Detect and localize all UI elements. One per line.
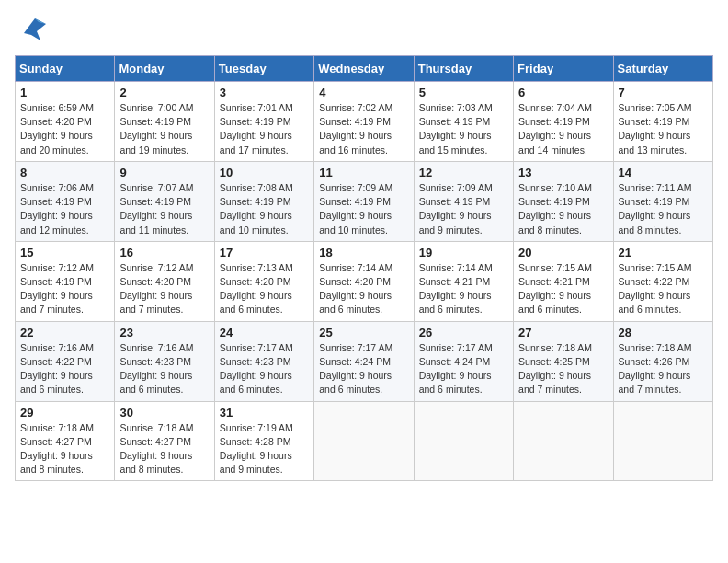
day-info: Sunrise: 7:11 AM Sunset: 4:19 PM Dayligh… bbox=[619, 181, 708, 237]
calendar-day-header: Wednesday bbox=[314, 56, 414, 82]
day-info: Sunrise: 7:17 AM Sunset: 4:23 PM Dayligh… bbox=[220, 341, 309, 397]
day-info: Sunrise: 7:18 AM Sunset: 4:27 PM Dayligh… bbox=[119, 421, 209, 477]
day-number: 11 bbox=[319, 166, 408, 179]
day-number: 8 bbox=[20, 166, 109, 179]
day-number: 19 bbox=[419, 246, 508, 259]
calendar-cell: 5Sunrise: 7:03 AM Sunset: 4:19 PM Daylig… bbox=[414, 82, 513, 162]
day-number: 29 bbox=[20, 406, 109, 419]
calendar-cell: 12Sunrise: 7:09 AM Sunset: 4:19 PM Dayli… bbox=[414, 161, 513, 241]
calendar-cell bbox=[314, 401, 414, 481]
day-number: 25 bbox=[319, 326, 408, 339]
day-info: Sunrise: 7:14 AM Sunset: 4:20 PM Dayligh… bbox=[319, 261, 408, 317]
calendar-header-row: SundayMondayTuesdayWednesdayThursdayFrid… bbox=[16, 56, 713, 82]
calendar-cell: 26Sunrise: 7:17 AM Sunset: 4:24 PM Dayli… bbox=[414, 321, 513, 401]
day-number: 31 bbox=[220, 406, 309, 419]
calendar-cell: 19Sunrise: 7:14 AM Sunset: 4:21 PM Dayli… bbox=[414, 241, 513, 321]
calendar-cell: 10Sunrise: 7:08 AM Sunset: 4:19 PM Dayli… bbox=[214, 161, 313, 241]
day-info: Sunrise: 7:13 AM Sunset: 4:20 PM Dayligh… bbox=[220, 261, 309, 317]
calendar-day-header: Saturday bbox=[613, 56, 712, 82]
day-info: Sunrise: 7:12 AM Sunset: 4:19 PM Dayligh… bbox=[20, 261, 109, 317]
day-number: 30 bbox=[119, 406, 209, 419]
day-number: 17 bbox=[220, 246, 309, 259]
calendar-cell: 24Sunrise: 7:17 AM Sunset: 4:23 PM Dayli… bbox=[214, 321, 313, 401]
day-info: Sunrise: 7:15 AM Sunset: 4:22 PM Dayligh… bbox=[619, 261, 708, 317]
day-info: Sunrise: 7:04 AM Sunset: 4:19 PM Dayligh… bbox=[518, 101, 608, 157]
calendar-cell bbox=[414, 401, 513, 481]
calendar-cell: 2Sunrise: 7:00 AM Sunset: 4:19 PM Daylig… bbox=[115, 82, 214, 162]
calendar-cell: 30Sunrise: 7:18 AM Sunset: 4:27 PM Dayli… bbox=[115, 401, 214, 481]
calendar-cell: 29Sunrise: 7:18 AM Sunset: 4:27 PM Dayli… bbox=[16, 401, 115, 481]
day-number: 13 bbox=[518, 166, 608, 179]
day-number: 15 bbox=[20, 246, 109, 259]
day-info: Sunrise: 7:01 AM Sunset: 4:19 PM Dayligh… bbox=[220, 101, 309, 157]
calendar-day-header: Tuesday bbox=[214, 56, 313, 82]
day-info: Sunrise: 7:17 AM Sunset: 4:24 PM Dayligh… bbox=[419, 341, 508, 397]
calendar-cell: 15Sunrise: 7:12 AM Sunset: 4:19 PM Dayli… bbox=[16, 241, 115, 321]
calendar-cell: 22Sunrise: 7:16 AM Sunset: 4:22 PM Dayli… bbox=[16, 321, 115, 401]
calendar-cell: 4Sunrise: 7:02 AM Sunset: 4:19 PM Daylig… bbox=[314, 82, 414, 162]
calendar-week-row: 29Sunrise: 7:18 AM Sunset: 4:27 PM Dayli… bbox=[16, 401, 713, 481]
logo bbox=[15, 15, 51, 46]
calendar-cell: 27Sunrise: 7:18 AM Sunset: 4:25 PM Dayli… bbox=[514, 321, 613, 401]
calendar-week-row: 15Sunrise: 7:12 AM Sunset: 4:19 PM Dayli… bbox=[16, 241, 713, 321]
day-number: 9 bbox=[119, 166, 209, 179]
day-info: Sunrise: 7:18 AM Sunset: 4:26 PM Dayligh… bbox=[619, 341, 708, 397]
calendar-day-header: Friday bbox=[514, 56, 613, 82]
day-number: 20 bbox=[518, 246, 608, 259]
calendar-cell: 18Sunrise: 7:14 AM Sunset: 4:20 PM Dayli… bbox=[314, 241, 414, 321]
day-info: Sunrise: 7:19 AM Sunset: 4:28 PM Dayligh… bbox=[220, 421, 309, 477]
calendar-cell bbox=[613, 401, 712, 481]
calendar-cell: 9Sunrise: 7:07 AM Sunset: 4:19 PM Daylig… bbox=[115, 161, 214, 241]
calendar-cell: 20Sunrise: 7:15 AM Sunset: 4:21 PM Dayli… bbox=[514, 241, 613, 321]
day-number: 12 bbox=[419, 166, 508, 179]
page-header bbox=[15, 15, 713, 46]
day-number: 2 bbox=[119, 86, 209, 99]
day-number: 10 bbox=[220, 166, 309, 179]
logo-bird-icon bbox=[18, 15, 51, 46]
day-info: Sunrise: 7:09 AM Sunset: 4:19 PM Dayligh… bbox=[319, 181, 408, 237]
svg-marker-0 bbox=[24, 18, 46, 40]
day-number: 14 bbox=[619, 166, 708, 179]
calendar-cell bbox=[514, 401, 613, 481]
day-info: Sunrise: 7:16 AM Sunset: 4:23 PM Dayligh… bbox=[119, 341, 209, 397]
day-info: Sunrise: 7:06 AM Sunset: 4:19 PM Dayligh… bbox=[20, 181, 109, 237]
calendar-day-header: Thursday bbox=[414, 56, 513, 82]
calendar-cell: 23Sunrise: 7:16 AM Sunset: 4:23 PM Dayli… bbox=[115, 321, 214, 401]
calendar-cell: 25Sunrise: 7:17 AM Sunset: 4:24 PM Dayli… bbox=[314, 321, 414, 401]
day-info: Sunrise: 6:59 AM Sunset: 4:20 PM Dayligh… bbox=[20, 101, 109, 157]
calendar-cell: 7Sunrise: 7:05 AM Sunset: 4:19 PM Daylig… bbox=[613, 82, 712, 162]
day-number: 1 bbox=[20, 86, 109, 99]
day-number: 3 bbox=[220, 86, 309, 99]
day-info: Sunrise: 7:09 AM Sunset: 4:19 PM Dayligh… bbox=[419, 181, 508, 237]
day-info: Sunrise: 7:00 AM Sunset: 4:19 PM Dayligh… bbox=[119, 101, 209, 157]
day-number: 26 bbox=[419, 326, 508, 339]
day-number: 16 bbox=[119, 246, 209, 259]
calendar-week-row: 1Sunrise: 6:59 AM Sunset: 4:20 PM Daylig… bbox=[16, 82, 713, 162]
day-number: 4 bbox=[319, 86, 408, 99]
day-number: 18 bbox=[319, 246, 408, 259]
calendar-cell: 3Sunrise: 7:01 AM Sunset: 4:19 PM Daylig… bbox=[214, 82, 313, 162]
calendar-cell: 14Sunrise: 7:11 AM Sunset: 4:19 PM Dayli… bbox=[613, 161, 712, 241]
day-number: 23 bbox=[119, 326, 209, 339]
calendar-cell: 1Sunrise: 6:59 AM Sunset: 4:20 PM Daylig… bbox=[16, 82, 115, 162]
day-number: 6 bbox=[518, 86, 608, 99]
day-number: 27 bbox=[518, 326, 608, 339]
calendar-cell: 17Sunrise: 7:13 AM Sunset: 4:20 PM Dayli… bbox=[214, 241, 313, 321]
day-info: Sunrise: 7:05 AM Sunset: 4:19 PM Dayligh… bbox=[619, 101, 708, 157]
day-number: 21 bbox=[619, 246, 708, 259]
day-number: 7 bbox=[619, 86, 708, 99]
day-number: 22 bbox=[20, 326, 109, 339]
day-info: Sunrise: 7:02 AM Sunset: 4:19 PM Dayligh… bbox=[319, 101, 408, 157]
calendar-week-row: 8Sunrise: 7:06 AM Sunset: 4:19 PM Daylig… bbox=[16, 161, 713, 241]
day-info: Sunrise: 7:10 AM Sunset: 4:19 PM Dayligh… bbox=[518, 181, 608, 237]
calendar-cell: 28Sunrise: 7:18 AM Sunset: 4:26 PM Dayli… bbox=[613, 321, 712, 401]
day-info: Sunrise: 7:18 AM Sunset: 4:25 PM Dayligh… bbox=[518, 341, 608, 397]
day-info: Sunrise: 7:08 AM Sunset: 4:19 PM Dayligh… bbox=[220, 181, 309, 237]
calendar-day-header: Sunday bbox=[16, 56, 115, 82]
day-info: Sunrise: 7:03 AM Sunset: 4:19 PM Dayligh… bbox=[419, 101, 508, 157]
day-info: Sunrise: 7:14 AM Sunset: 4:21 PM Dayligh… bbox=[419, 261, 508, 317]
day-number: 5 bbox=[419, 86, 508, 99]
calendar-cell: 31Sunrise: 7:19 AM Sunset: 4:28 PM Dayli… bbox=[214, 401, 313, 481]
day-info: Sunrise: 7:15 AM Sunset: 4:21 PM Dayligh… bbox=[518, 261, 608, 317]
calendar-table: SundayMondayTuesdayWednesdayThursdayFrid… bbox=[15, 55, 713, 481]
